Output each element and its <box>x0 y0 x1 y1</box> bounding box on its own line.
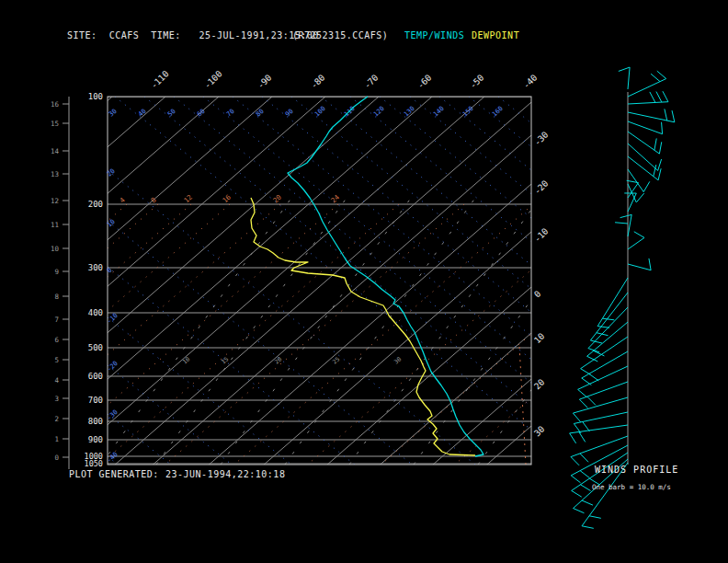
svg-text:20: 20 <box>532 376 547 391</box>
dry-adiabat-labels: 3040506070809010011012013014015016020100… <box>106 105 505 464</box>
svg-text:4: 4 <box>54 376 59 385</box>
svg-text:-10: -10 <box>532 225 551 244</box>
height-scale: 012345678910111213141516 <box>51 97 69 469</box>
svg-text:12: 12 <box>51 197 59 205</box>
isotherm-labels-top: -110-100-90-80-70-60-50-40 <box>149 68 540 90</box>
svg-text:13: 13 <box>51 170 59 178</box>
svg-text:-110: -110 <box>149 68 171 90</box>
mixing-ratio-lines <box>0 204 728 465</box>
svg-text:700: 700 <box>88 396 103 405</box>
svg-text:160: 160 <box>491 105 505 118</box>
skewt-app-window: SITE: CCAFS TIME: 25-JUL-1991,23:15:00 (… <box>0 0 728 563</box>
svg-text:30: 30 <box>108 108 119 119</box>
svg-text:-70: -70 <box>362 72 381 90</box>
moist-adiabat-labels: 1015202530 <box>181 355 403 365</box>
svg-text:0: 0 <box>532 288 543 299</box>
svg-text:15: 15 <box>51 120 59 128</box>
footer-plot-generated-value: 23-JUN-1994,22:10:18 <box>165 469 285 479</box>
svg-text:9: 9 <box>54 268 59 276</box>
svg-text:14: 14 <box>51 147 60 155</box>
svg-text:500: 500 <box>88 343 103 352</box>
svg-text:0: 0 <box>54 454 59 462</box>
svg-text:24: 24 <box>329 192 341 204</box>
svg-text:10: 10 <box>51 245 60 253</box>
svg-text:900: 900 <box>88 435 103 444</box>
svg-text:40: 40 <box>137 108 148 119</box>
svg-text:-60: -60 <box>415 72 434 90</box>
plot-frame <box>108 97 531 465</box>
svg-text:10: 10 <box>532 330 547 345</box>
wind-profile <box>570 67 675 528</box>
svg-text:7: 7 <box>54 316 59 324</box>
svg-text:2: 2 <box>54 415 59 423</box>
svg-text:-40: -40 <box>521 72 540 90</box>
svg-text:1: 1 <box>54 435 59 443</box>
svg-text:400: 400 <box>88 308 103 317</box>
pressure-axis-labels: 10020030040050060070080090010001050 <box>85 92 103 468</box>
svg-text:200: 200 <box>88 200 103 209</box>
winds-profile-legend: One barb = 10.0 m/s <box>592 483 671 491</box>
svg-text:5: 5 <box>54 356 59 364</box>
dewpoint-curve <box>251 198 475 455</box>
svg-text:300: 300 <box>88 263 103 272</box>
svg-text:-30: -30 <box>532 129 551 147</box>
svg-text:-80: -80 <box>309 72 327 90</box>
svg-text:80: 80 <box>255 108 266 119</box>
svg-text:1050: 1050 <box>85 459 103 468</box>
svg-text:6: 6 <box>54 336 59 344</box>
svg-text:120: 120 <box>372 105 386 118</box>
svg-text:800: 800 <box>88 417 103 426</box>
footer-plot-generated-label: PLOT GENERATED: <box>69 469 159 479</box>
svg-text:140: 140 <box>432 105 446 118</box>
svg-text:10: 10 <box>181 355 191 365</box>
temperature-curve <box>288 97 483 456</box>
svg-text:100: 100 <box>313 105 327 118</box>
svg-text:70: 70 <box>225 108 236 119</box>
svg-text:20: 20 <box>271 192 283 204</box>
svg-text:-20: -20 <box>532 178 551 196</box>
svg-text:-90: -90 <box>256 72 274 90</box>
svg-text:12: 12 <box>182 193 194 205</box>
svg-text:11: 11 <box>51 221 59 229</box>
svg-text:100: 100 <box>88 92 103 101</box>
svg-text:20: 20 <box>273 355 283 365</box>
svg-text:-100: -100 <box>202 68 224 90</box>
isotherm-labels-right: -30-20-100102030 <box>532 129 551 438</box>
svg-text:8: 8 <box>54 293 59 301</box>
winds-profile-title: WINDS PROFILE <box>595 465 678 475</box>
svg-text:16: 16 <box>51 100 60 109</box>
svg-text:130: 130 <box>403 105 416 118</box>
svg-text:50: 50 <box>166 108 177 119</box>
svg-text:4: 4 <box>118 195 127 204</box>
svg-text:3: 3 <box>54 395 59 403</box>
svg-text:90: 90 <box>284 108 295 119</box>
svg-text:600: 600 <box>88 372 103 381</box>
svg-text:30: 30 <box>392 355 403 365</box>
svg-text:30: 30 <box>532 423 547 438</box>
svg-text:-50: -50 <box>468 72 486 90</box>
svg-text:16: 16 <box>221 192 233 204</box>
